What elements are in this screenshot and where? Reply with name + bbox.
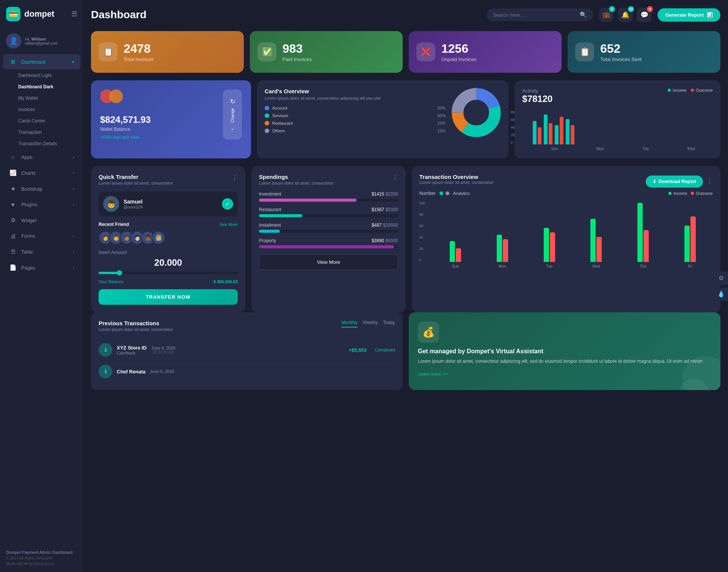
change-label: Change [230, 108, 235, 123]
toggle-dot-inactive[interactable] [446, 191, 449, 195]
more-options-icon[interactable]: ⋮ [707, 178, 713, 185]
stat-content: 983 Paid Invoices [282, 42, 312, 62]
wallet-main: $824,571.93 Wallet Balance +0.8% than la… [100, 89, 223, 139]
chat-button[interactable]: 💬 8 [637, 8, 651, 22]
large-y-axis: 100 80 60 40 20 0 [419, 201, 425, 262]
more-options-icon[interactable]: ⋮ [392, 174, 398, 181]
wallet-circles [100, 89, 223, 103]
chevron-right-icon: › [73, 202, 74, 207]
amount-slider[interactable] [99, 272, 238, 274]
stat-icon-bg: 📋 [575, 42, 594, 61]
sidebar-item-apps[interactable]: ○ Apps › [3, 150, 80, 165]
to-desc: Lorem ipsum dolor sit amet, consectetur [419, 180, 494, 185]
tab-monthly[interactable]: Monthly [342, 320, 358, 328]
bar-income-sun [533, 121, 537, 144]
chat-icon: 💬 [640, 11, 648, 19]
more-options-icon[interactable]: ⋮ [232, 174, 238, 181]
download-report-button[interactable]: ⬇ Download Report [646, 176, 703, 188]
tab-weekly[interactable]: Weekly [363, 320, 378, 328]
friend-avatar-6[interactable]: 👩🏼 [152, 231, 165, 244]
briefcase-button[interactable]: 💼 2 [599, 8, 613, 22]
user-section: 👤 Hi, William william@gmail.com [0, 28, 83, 54]
spending-amount: $3890 $4000 [372, 238, 398, 243]
view-more-button[interactable]: View More [259, 254, 398, 270]
tab-today[interactable]: Today [383, 320, 395, 328]
stat-card-paid-invoices: ✅ 983 Paid Invoices [250, 31, 403, 73]
sidebar-item-table[interactable]: ☰ Table › [3, 244, 80, 259]
chart-icon: 📊 [707, 12, 713, 18]
user-greeting: Hi, William [25, 37, 58, 41]
nav-sub-my-wallet[interactable]: My Wallet [0, 92, 83, 104]
stat-card-unpaid-invoices: ❌ 1256 Unpaid Invoices [409, 31, 562, 73]
sidebar-item-bootstrap[interactable]: ★ Bootstrap › [3, 181, 80, 196]
cards-overview-header: Card's Overview Lorem ipsum dolor sit am… [265, 88, 501, 137]
user-info: Hi, William william@gmail.com [25, 37, 58, 45]
stat-content: 1256 Unpaid Invoices [441, 42, 477, 62]
cards-overview-card: Card's Overview Lorem ipsum dolor sit am… [257, 80, 508, 158]
paint-icon: 💧 [717, 290, 725, 298]
bar-income-tue [555, 125, 559, 144]
nav-sub-transaction-details[interactable]: Transaction Details [0, 138, 83, 149]
theme-right-icon[interactable]: 💧 [714, 287, 728, 301]
spending-bar-bg [259, 214, 398, 217]
sidebar-item-charts[interactable]: 📈 Charts › [3, 165, 80, 180]
bell-badge: 12 [628, 6, 634, 12]
tr-amount: +$5,553 [348, 347, 366, 353]
wallet-change-button[interactable]: ↻ Change ⌄ [223, 89, 242, 139]
see-more-button[interactable]: See More [220, 222, 238, 227]
logo-icon: 💳 [6, 7, 20, 21]
balance-row: Your Balance $ 456,345.62 [99, 279, 238, 284]
recent-friend-label: Recent Friend [99, 222, 129, 227]
hamburger-icon[interactable]: ☰ [71, 10, 77, 18]
nav-sub-dashboard-dark[interactable]: Dashboard Dark [0, 81, 83, 92]
large-bar-group-thu [620, 203, 666, 262]
settings-right-icon[interactable]: ⚙ [714, 271, 728, 285]
cards-overview-desc: Lorem ipsum dolor sit amet, consectetur … [265, 96, 446, 100]
transfer-now-button[interactable]: TRANSFER NOW [99, 289, 238, 305]
section-title: Quick Transfer [99, 174, 173, 180]
sidebar-item-dashboard[interactable]: ⊞ Dashboard ▾ [3, 54, 80, 69]
sidebar-item-widget[interactable]: ⚙ Widget [3, 213, 80, 228]
svg-point-4 [464, 101, 488, 124]
sidebar-item-label: Bootstrap [21, 186, 42, 192]
spending-bar-bg [259, 199, 398, 202]
transfer-handle: @sum224 [124, 205, 143, 209]
chat-badge: 8 [647, 6, 653, 12]
sidebar-item-label: Pages [21, 265, 35, 271]
stat-label: Paid Invoices [282, 56, 312, 62]
generate-report-button[interactable]: Generate Report 📊 [657, 8, 720, 22]
search-input[interactable] [493, 12, 577, 18]
sidebar-item-pages[interactable]: 📄 Pages › [3, 260, 80, 275]
check-icon: ✅ [262, 47, 272, 57]
invoice-sent-icon: 📋 [580, 47, 590, 57]
y-axis: 80 60 40 20 0 [511, 110, 515, 144]
nav-sub-dashboard-light[interactable]: Dashboard Light [0, 70, 83, 81]
sidebar-item-label: Apps [21, 154, 33, 160]
toggle-dot-analytics[interactable] [439, 191, 443, 195]
stat-content: 652 Total Invoices Sent [600, 42, 642, 62]
nav-sub-cards-center[interactable]: Cards Center [0, 115, 83, 127]
table-row: ⬇ Chef Renata June 5, 2020 [99, 361, 395, 382]
cards-overview-title: Card's Overview [265, 88, 446, 94]
briefcase-icon: 💼 [602, 11, 610, 19]
spending-bar-fill [259, 230, 280, 233]
notification-button[interactable]: 🔔 12 [618, 8, 632, 22]
filter-toggle[interactable] [439, 191, 449, 195]
sidebar-item-plugins[interactable]: ♥ Plugins › [3, 197, 80, 212]
bottom-lower-section: Previous Transactions Lorem ipsum dolor … [91, 312, 720, 390]
stat-label: Total Invoices Sent [600, 56, 642, 62]
to-outcome-legend: Outcome [691, 191, 713, 196]
legend-label-others: Others [272, 129, 434, 133]
nav-sub-invoices[interactable]: Invoices [0, 104, 83, 115]
section-header: Spendings Lorem ipsum dolor sit amet, co… [259, 174, 398, 191]
sidebar-item-forms[interactable]: 🖨 Forms › [3, 229, 80, 243]
wallet-assistant-icon: 💰 [422, 326, 435, 338]
nav-sub-transaction[interactable]: Transaction [0, 127, 83, 138]
tr-date: June 5, 2020 [150, 369, 174, 374]
sidebar-logo-area: 💳 dompet ☰ [0, 0, 83, 28]
va-learn-more-link[interactable]: Learn more >> [418, 371, 448, 377]
sidebar-item-label: Plugins [21, 202, 38, 207]
balance-value: $ 456,345.62 [213, 279, 238, 284]
spending-name: Installment [259, 223, 281, 228]
large-bar-group-fri [667, 216, 713, 262]
